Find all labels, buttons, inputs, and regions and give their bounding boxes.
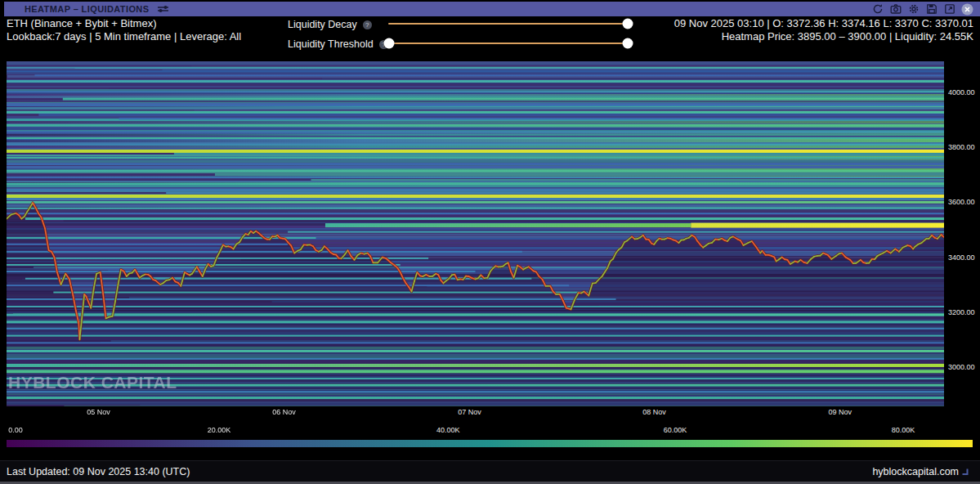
y-tick-label: 3600.00 <box>948 198 975 206</box>
page-title: HEATMAP – LIQUIDATIONS <box>25 4 149 14</box>
colorbar-tick-label: 0.00 <box>8 426 23 434</box>
colorbar-gradient <box>7 440 973 447</box>
header-right: 09 Nov 2025 03:10 | O: 3372.36 H: 3374.1… <box>674 17 973 43</box>
y-tick-label: 3000.00 <box>948 363 975 371</box>
lookback-settings: Lookback:7 days | 5 Min timeframe | Leve… <box>7 30 241 43</box>
liquidity-decay-slider[interactable] <box>388 23 628 25</box>
liquidity-decay-row: Liquidity Decay ? <box>288 18 372 31</box>
liquidity-threshold-row: Liquidity Threshold ? <box>288 38 388 51</box>
x-tick-label: 09 Nov <box>828 408 852 416</box>
y-tick-label: 4000.00 <box>948 88 975 96</box>
liquidity-decay-label: Liquidity Decay <box>288 19 357 30</box>
header-left: ETH (Binance + Bybit + Bitmex) Lookback:… <box>7 17 241 43</box>
last-updated: Last Updated: 09 Nov 2025 13:40 (UTC) <box>7 466 190 477</box>
colorbar-tick-label: 40.00K <box>436 426 460 434</box>
x-tick-label: 06 Nov <box>272 408 296 416</box>
settings-gear-icon[interactable] <box>907 3 920 16</box>
fullscreen-icon[interactable] <box>943 3 955 16</box>
ohlc-readout: 09 Nov 2025 03:10 | O: 3372.36 H: 3374.1… <box>674 17 973 30</box>
x-tick-label: 08 Nov <box>642 408 666 416</box>
filters-icon[interactable] <box>157 4 169 14</box>
titlebar: HEATMAP – LIQUIDATIONS <box>4 2 980 16</box>
x-tick-label: 05 Nov <box>87 408 110 416</box>
liquidation-heatmap-canvas[interactable] <box>7 61 944 406</box>
liquidity-decay-help-icon[interactable]: ? <box>363 20 372 29</box>
liquidity-threshold-low-thumb[interactable] <box>384 38 395 49</box>
colorbar-tick-label: 80.00K <box>892 426 915 434</box>
corner-resize-icon <box>961 468 969 475</box>
titlebar-buttons <box>871 3 973 16</box>
close-icon[interactable] <box>961 3 973 16</box>
liquidity-threshold-high-thumb[interactable] <box>623 38 633 49</box>
y-tick-label: 3800.00 <box>948 143 975 151</box>
refresh-icon[interactable] <box>871 3 884 16</box>
liquidity-decay-thumb[interactable] <box>623 19 633 29</box>
footer-bar: Last Updated: 09 Nov 2025 13:40 (UTC) hy… <box>0 460 980 484</box>
site-label: hyblockcapital.com <box>872 466 959 477</box>
screenshot-icon[interactable] <box>889 3 902 16</box>
y-tick-label: 3200.00 <box>948 308 975 316</box>
y-tick-label: 3400.00 <box>948 253 975 262</box>
save-icon[interactable] <box>925 3 937 16</box>
app-window: HEATMAP – LIQUIDATIONS <box>0 0 980 484</box>
x-tick-label: 07 Nov <box>458 408 481 416</box>
colorbar-tick-label: 60.00K <box>664 426 687 434</box>
liquidity-threshold-label: Liquidity Threshold <box>288 38 374 50</box>
symbol-title: ETH (Binance + Bybit + Bitmex) <box>7 17 241 30</box>
colorbar-tick-label: 20.00K <box>208 426 231 434</box>
liquidity-threshold-slider[interactable] <box>388 43 628 44</box>
heatmap-readout: Heatmap Price: 3895.00 – 3900.00 | Liqui… <box>674 30 973 43</box>
